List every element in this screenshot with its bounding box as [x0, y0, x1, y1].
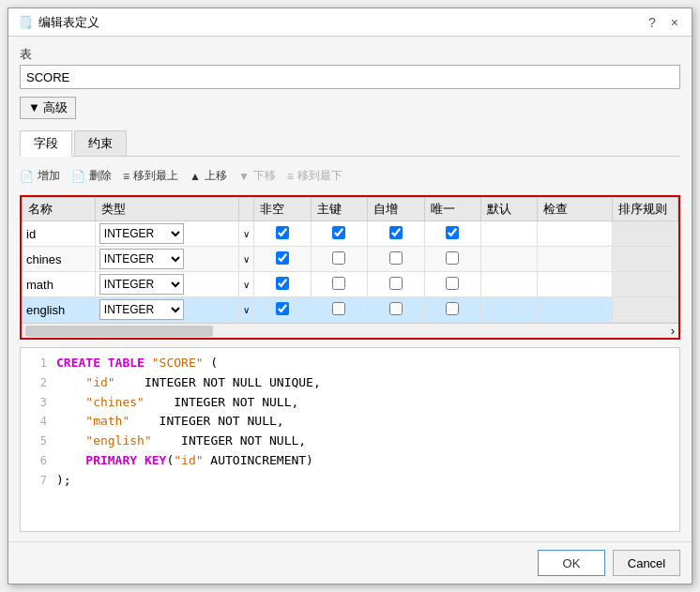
type-select[interactable]: INTEGERTEXTREALBLOBNUMERIC [99, 223, 184, 244]
move-up-button[interactable]: ▲ 上移 [190, 168, 227, 184]
field-name-cell: id [23, 221, 96, 247]
line-number: 3 [28, 394, 47, 412]
fields-panel: 名称 类型 非空 主键 自增 唯一 默认 检查 排序规则 idINTEGERTE… [20, 195, 680, 340]
pk-check-cell [311, 297, 367, 323]
tab-constraints[interactable]: 约束 [74, 130, 127, 156]
title-bar-left: 🗒️ 编辑表定义 [18, 14, 99, 31]
notnull-check-cell [254, 247, 311, 272]
pk-check[interactable] [332, 302, 345, 315]
unique-check[interactable] [446, 277, 459, 290]
sql-line: 5 "english" INTEGER NOT NULL, [28, 432, 672, 451]
pk-check[interactable] [332, 251, 345, 265]
unique-check-cell [424, 247, 480, 272]
cancel-button[interactable]: Cancel [613, 550, 680, 576]
type-dropdown-arrow[interactable]: ∨ [239, 247, 254, 272]
notnull-check-cell [254, 297, 311, 323]
ai-check[interactable] [389, 302, 403, 315]
tab-fields[interactable]: 字段 [20, 130, 72, 157]
field-name-cell: chines [23, 247, 96, 272]
help-button[interactable]: ? [645, 16, 660, 29]
col-header-sort: 排序规则 [613, 198, 678, 221]
title-bar-right: ? × [645, 16, 682, 29]
ai-check[interactable] [389, 251, 403, 265]
type-select[interactable]: INTEGERTEXTREALBLOBNUMERIC [99, 249, 184, 269]
type-select[interactable]: INTEGERTEXTREALBLOBNUMERIC [99, 299, 184, 320]
notnull-check[interactable] [276, 302, 289, 315]
sql-line: 3 "chines" INTEGER NOT NULL, [28, 393, 672, 413]
sql-token: AUTOINCREMENT) [204, 453, 313, 467]
sql-token: INTEGER NOT NULL, [129, 414, 283, 428]
unique-check-cell [424, 272, 480, 297]
pk-check-cell [311, 221, 367, 247]
notnull-check[interactable] [276, 251, 289, 265]
kw-token: PRIMARY KEY [85, 453, 166, 467]
move-down-icon: ▼ [238, 170, 250, 183]
col-header-ai: 自增 [368, 198, 424, 221]
table-name-input[interactable] [20, 65, 680, 89]
sql-code: ); [56, 471, 71, 491]
notnull-check[interactable] [276, 226, 289, 239]
scroll-right-arrow[interactable]: › [671, 324, 675, 338]
pk-check[interactable] [332, 277, 345, 290]
pk-check-cell [311, 272, 367, 297]
pk-check[interactable] [332, 226, 345, 239]
sql-code: "math" INTEGER NOT NULL, [56, 412, 284, 432]
delete-field-button[interactable]: 📄 删除 [71, 168, 112, 184]
ai-check[interactable] [389, 226, 403, 239]
ai-check[interactable] [389, 277, 403, 290]
col-header-type: 类型 [95, 198, 238, 221]
check-cell [538, 272, 613, 297]
add-icon: 📄 [20, 170, 34, 183]
type-dropdown-arrow[interactable]: ∨ [239, 272, 254, 297]
unique-check[interactable] [446, 226, 459, 239]
close-button[interactable]: × [667, 16, 682, 29]
move-top-button[interactable]: ≡ 移到最上 [123, 168, 178, 184]
dialog-body: 表 ▼ 高级 字段 约束 📄 增加 📄 删除 ≡ 移到最上 [8, 37, 692, 541]
default-cell [481, 297, 538, 323]
add-field-button[interactable]: 📄 增加 [20, 168, 60, 184]
sql-code: "english" INTEGER NOT NULL, [56, 432, 306, 451]
unique-check-cell [424, 221, 480, 247]
sql-code: "id" INTEGER NOT NULL UNIQUE, [56, 373, 321, 393]
sql-code: CREATE TABLE "SCORE" ( [56, 354, 218, 373]
line-number: 2 [28, 374, 47, 392]
col-header-check: 检查 [538, 198, 613, 221]
type-select[interactable]: INTEGERTEXTREALBLOBNUMERIC [99, 274, 184, 295]
move-down-button[interactable]: ▼ 下移 [238, 168, 276, 184]
type-dropdown-arrow[interactable]: ∨ [239, 297, 254, 323]
ai-check-cell [368, 297, 424, 323]
move-top-icon: ≡ [123, 170, 129, 183]
move-up-icon: ▲ [190, 170, 201, 183]
title-bar: 🗒️ 编辑表定义 ? × [8, 8, 692, 37]
advanced-button[interactable]: ▼ 高级 [20, 97, 76, 119]
check-cell [538, 297, 613, 323]
sql-token [56, 433, 85, 448]
sql-line: 6 PRIMARY KEY("id" AUTOINCREMENT) [28, 451, 672, 471]
check-cell [538, 221, 613, 247]
line-number: 5 [28, 433, 47, 450]
sql-token: INTEGER NOT NULL, [145, 395, 298, 409]
move-bottom-button[interactable]: ≡ 移到最下 [287, 168, 342, 184]
str-token: "chines" [85, 395, 145, 409]
ai-check-cell [368, 272, 424, 297]
table-row: idINTEGERTEXTREALBLOBNUMERIC∨ [23, 221, 678, 247]
type-dropdown-arrow[interactable]: ∨ [239, 221, 254, 247]
unique-check[interactable] [446, 251, 459, 265]
sort-cell [613, 272, 678, 297]
ok-button[interactable]: OK [538, 550, 605, 576]
str-token: "SCORE" [152, 356, 204, 370]
notnull-check-cell [254, 272, 311, 297]
fields-toolbar: 📄 增加 📄 删除 ≡ 移到最上 ▲ 上移 ▼ 下移 ≡ 移到最下 [20, 164, 680, 188]
unique-check[interactable] [446, 302, 459, 315]
field-name-cell: english [23, 297, 96, 323]
table-row: mathINTEGERTEXTREALBLOBNUMERIC∨ [23, 272, 678, 297]
h-scroll-thumb[interactable] [25, 326, 213, 337]
sort-cell [613, 297, 678, 323]
sql-line: 1CREATE TABLE "SCORE" ( [28, 354, 672, 373]
default-cell [481, 247, 538, 272]
unique-check-cell [424, 297, 480, 323]
col-header-unique: 唯一 [424, 198, 480, 221]
col-header-notnull: 非空 [254, 198, 311, 221]
notnull-check[interactable] [276, 277, 289, 290]
horizontal-scrollbar[interactable]: › [22, 323, 678, 338]
